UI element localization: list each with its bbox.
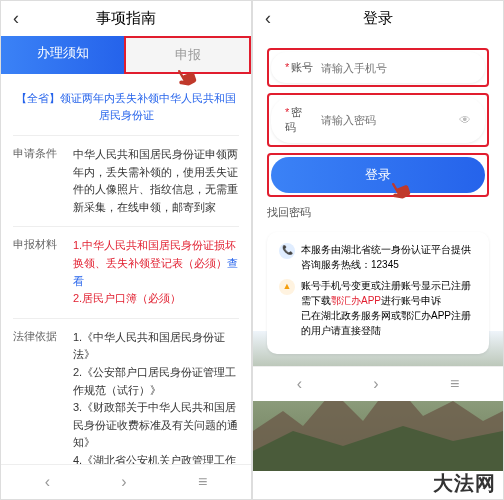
header: ‹ 事项指南	[1, 1, 251, 36]
password-input[interactable]	[321, 114, 459, 126]
info-warning: ▲ 账号手机号变更或注册账号显示已注册需下载鄂汇办APP进行账号申诉 已在湖北政…	[279, 278, 477, 338]
nav-forward-icon[interactable]: ›	[121, 473, 126, 491]
account-input[interactable]	[321, 62, 471, 74]
forgot-password-link[interactable]: 找回密码	[267, 205, 489, 220]
header: ‹ 登录	[253, 1, 503, 36]
tab-notice[interactable]: 办理须知	[1, 36, 124, 74]
back-icon[interactable]: ‹	[265, 8, 271, 29]
row-value: 1.中华人民共和国居民身份证损坏换领、丢失补领登记表（必须）查看 2.居民户口簿…	[73, 237, 239, 307]
login-screen: ‹ 登录 账号 密码 👁 登录	[252, 0, 504, 500]
bottom-nav: ‹ › ≡	[253, 366, 503, 401]
row-value: 1.《中华人民共和国居民身份证法》 2.《公安部户口居民身份证管理工作规范（试行…	[73, 329, 239, 464]
row-conditions: 申请条件 中华人民共和国居民身份证申领两年内，丢失需补领的，使用丢失证件的人像照…	[13, 135, 239, 226]
warning-icon: ▲	[279, 279, 295, 295]
guide-screen: ‹ 事项指南 办理须知 申报 【全省】领证两年内丢失补领中华人民共和国居民身份证…	[0, 0, 252, 500]
nav-menu-icon[interactable]: ≡	[450, 375, 459, 393]
info-service: 📞 本服务由湖北省统一身份认证平台提供 咨询服务热线：12345	[279, 242, 477, 272]
password-field-highlight: 密码 👁	[267, 93, 489, 147]
account-field-highlight: 账号	[267, 48, 489, 87]
watermark: 大法网	[433, 470, 496, 497]
pointer-hand-icon	[175, 64, 203, 98]
phone-icon: 📞	[279, 243, 295, 259]
back-icon[interactable]: ‹	[13, 8, 19, 29]
row-label: 申请条件	[13, 146, 73, 216]
page-title: 登录	[363, 9, 393, 28]
nav-back-icon[interactable]: ‹	[297, 375, 302, 393]
content-area: 【全省】领证两年内丢失补领中华人民共和国居民身份证 申请条件 中华人民共和国居民…	[1, 74, 251, 464]
page-title: 事项指南	[96, 9, 156, 28]
nav-forward-icon[interactable]: ›	[373, 375, 378, 393]
eye-icon[interactable]: 👁	[459, 113, 471, 127]
row-label: 法律依据	[13, 329, 73, 464]
nav-back-icon[interactable]: ‹	[45, 473, 50, 491]
password-label: 密码	[285, 105, 313, 135]
login-form: 账号 密码 👁 登录 找回密码 📞	[253, 36, 503, 366]
info-box: 📞 本服务由湖北省统一身份认证平台提供 咨询服务热线：12345 ▲ 账号手机号…	[267, 232, 489, 354]
login-button-highlight: 登录	[267, 153, 489, 197]
row-legal: 法律依据 1.《中华人民共和国居民身份证法》 2.《公安部户口居民身份证管理工作…	[13, 318, 239, 464]
tabs: 办理须知 申报	[1, 36, 251, 74]
login-button[interactable]: 登录	[271, 157, 485, 193]
bottom-nav: ‹ › ≡	[1, 464, 251, 499]
row-label: 申报材料	[13, 237, 73, 307]
row-materials: 申报材料 1.中华人民共和国居民身份证损坏换领、丢失补领登记表（必须）查看 2.…	[13, 226, 239, 317]
row-value: 中华人民共和国居民身份证申领两年内，丢失需补领的，使用丢失证件的人像照片、指纹信…	[73, 146, 239, 216]
nav-menu-icon[interactable]: ≡	[198, 473, 207, 491]
account-field[interactable]: 账号	[271, 52, 485, 83]
item-title-link[interactable]: 【全省】领证两年内丢失补领中华人民共和国居民身份证	[13, 90, 239, 123]
account-label: 账号	[285, 60, 313, 75]
password-field[interactable]: 密码 👁	[271, 97, 485, 143]
pointer-hand-icon	[389, 177, 417, 211]
